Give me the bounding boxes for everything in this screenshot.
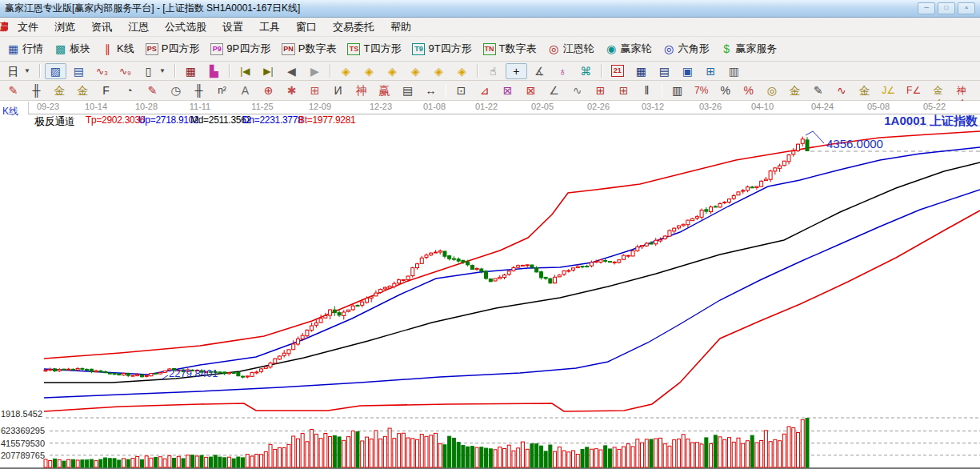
draw-gold-fence-2-button[interactable]: 金 [72,82,94,98]
draw-pen-candle-button[interactable]: ✎ [807,82,829,98]
draw-percent-t-button[interactable]: 7% [690,82,713,98]
draw-hist-bars-button[interactable]: ▥ [666,82,688,98]
main-9p-square-button[interactable]: P99P四方形 [206,40,275,58]
tools-period-day-button[interactable]: 日▼ [2,63,35,79]
tools-next-page-button[interactable]: ▶ [304,63,326,79]
main-kline-button[interactable]: ∥K线 [97,40,139,58]
draw-gann-box-red-button[interactable]: ⊠ [520,82,542,98]
main-quotes-button[interactable]: ▦行情 [2,40,48,58]
menu-item-9[interactable]: 交易委托 [325,18,382,36]
menu-item-3[interactable]: 资讯 [83,18,120,36]
tools-celtic-tool-button[interactable]: ⌘ [575,63,597,79]
menu-item-8[interactable]: 窗口 [288,18,325,36]
draw-f-fence-button[interactable]: F [95,82,117,98]
draw-circle-cross-button[interactable]: ⊕ [258,82,279,98]
tools-notepad-button[interactable]: ▤ [654,63,675,79]
draw-v-wave-button[interactable]: ∿ [566,82,588,98]
draw-gold-bar-button[interactable]: 金 [854,82,875,98]
menu-item-4[interactable]: 江恩 [120,18,157,36]
draw-grid-box-1-button[interactable]: ⊞ [590,82,611,98]
tools-hand-tool-button[interactable]: ☝ [482,63,504,79]
draw-a-wave-button[interactable]: ∿ [830,82,852,98]
tools-gann-diamond-right-button[interactable]: ◈ [358,63,380,79]
draw-cycle-circle-button[interactable]: ◷ [165,82,186,98]
tools-last-page-button[interactable]: ▶| [258,63,279,79]
main-t-square-button[interactable]: TST四方形 [342,40,406,58]
draw-ray-fan-button[interactable]: ⊿ [474,82,495,98]
kline-chart[interactable]: 09-2310-1410-2811-1111-2512-0912-2301-08… [0,101,980,473]
main-9t-square-button[interactable]: T99T四方形 [407,40,476,58]
draw-ying-fence-button[interactable]: 赢 [374,82,395,98]
draw-gold-circle-button[interactable]: ◎ [761,82,782,98]
draw-percent-line-button[interactable]: % [738,82,759,98]
draw-angle-pen-button[interactable]: ✎ [142,82,163,98]
draw-f-angle-button[interactable]: F∠ [902,82,926,98]
minimize-button[interactable]: ─ [918,2,935,14]
tools-crosshair-tool-button[interactable]: + [506,63,527,79]
draw-shen-angle-button[interactable]: 神∠ [950,82,972,98]
draw-spiral-button[interactable]: ◔ [118,82,140,98]
draw-web-square-button[interactable]: ⊞ [304,82,326,98]
tools-minor-cycle-9-button[interactable]: ∿₉ [114,63,136,79]
draw-width-measure-button[interactable]: ↔ [420,82,442,98]
draw-n-square-button[interactable]: n² [211,82,233,98]
draw-grid-box-2-button[interactable]: ⊞ [613,82,634,98]
draw-fan-lines-button[interactable]: ∠ [543,82,565,98]
tools-gann-fan-tool-button[interactable]: ♁ [552,63,574,79]
menu-item-10[interactable]: 帮助 [382,18,419,36]
main-winner-wheel-button[interactable]: ◉赢家轮 [601,40,657,58]
menu-item-5[interactable]: 公式选股 [157,18,214,36]
draw-box-handles-button[interactable]: ⊡ [450,82,472,98]
tools-gann-diamond-expand-button[interactable]: ◈ [382,63,403,79]
draw-i-tool-button[interactable]: И [327,82,349,98]
period-day-dropdown-arrow[interactable]: ▼ [24,67,30,74]
tools-candle-style-button[interactable]: ▯▼ [138,63,170,79]
draw-trend-pen-button[interactable]: ✎ [2,82,24,98]
draw-gold-fence-1-button[interactable]: 金 [49,82,70,98]
tools-prev-page-button[interactable]: ◀ [281,63,302,79]
tools-printer-button[interactable]: ▥ [723,63,745,79]
draw-price-fence-button[interactable]: ╫ [26,82,47,98]
draw-gold-lines-button[interactable]: 金 [784,82,806,98]
draw-ruler-123-button[interactable]: ▤ [397,82,418,98]
main-p-square-button[interactable]: PSP四方形 [141,40,205,58]
tools-minor-cycle-3-button[interactable]: ∿₃ [91,63,113,79]
tools-gann-diamond-cross-button[interactable]: ◈ [451,63,473,79]
tools-color-histogram-button[interactable]: ▙ [203,63,225,79]
main-t-digit-table-button[interactable]: TNT数字表 [478,40,542,58]
draw-gold-angle-button[interactable]: 金∠ [927,82,949,98]
menu-item-2[interactable]: 浏览 [46,18,83,36]
main-p-digit-table-button[interactable]: PNP数字表 [277,40,341,58]
maximize-button[interactable]: □ [938,2,955,14]
draw-ying-angle-button[interactable]: 赢∠ [974,82,980,98]
draw-web-star-button[interactable]: ✱ [281,82,302,98]
draw-percent-button[interactable]: % [714,82,736,98]
tools-calendar-button[interactable]: 21 [606,63,629,78]
tools-info-board-button[interactable]: ▤ [68,63,90,79]
tools-net-share-button[interactable]: ⊞ [700,63,722,79]
tools-gann-grid-button[interactable]: ▦ [180,63,202,79]
menu-item-6[interactable]: 设置 [214,18,251,36]
draw-time-fence-button[interactable]: ╫ [188,82,210,98]
main-gann-wheel-button[interactable]: ◎江恩轮 [543,40,599,58]
menu-item-1[interactable]: 文件 [10,18,46,36]
main-hexagon-button[interactable]: ◎六角形 [658,40,714,58]
tools-angle-measure-button[interactable]: ∡ [529,63,550,79]
main-winner-service-button[interactable]: $赢家服务 [716,40,782,58]
menu-item-7[interactable]: 工具 [251,18,288,36]
main-sectors-button[interactable]: ▩板块 [50,40,95,58]
close-button[interactable]: × [958,2,975,14]
tools-gann-diamond-left-button[interactable]: ◈ [335,63,357,79]
draw-gann-box-purple-button[interactable]: ⊠ [497,82,518,98]
tools-gann-diamond-up-button[interactable]: ◈ [405,63,426,79]
candle-style-dropdown-arrow[interactable]: ▼ [159,67,166,74]
draw-a-line-button[interactable]: A [234,82,256,98]
draw-parallel-lines-button[interactable]: ǁ [636,82,658,98]
draw-j-angle-button[interactable]: J∠ [877,82,900,98]
tools-calculator-button[interactable]: ▦ [630,63,652,79]
tools-gann-diamond-down-button[interactable]: ◈ [428,63,450,79]
tools-pattern-window-button[interactable]: ▨ [45,63,66,79]
tools-save-screen-button[interactable]: ▣ [677,63,698,79]
draw-shen-fence-button[interactable]: 神 [350,82,372,98]
tools-first-page-button[interactable]: |◀ [234,63,256,79]
